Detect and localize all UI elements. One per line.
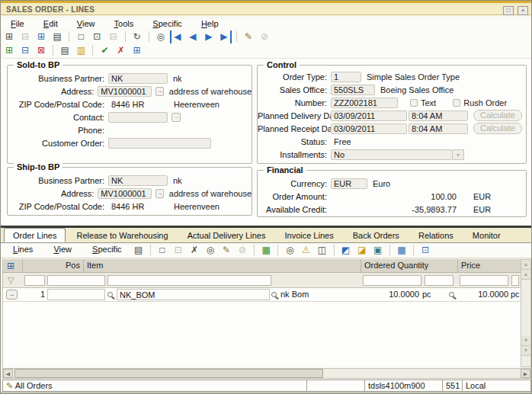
order-amounts-icon[interactable]: ⊠: [34, 44, 48, 57]
save-icon[interactable]: ⊟: [18, 30, 32, 43]
column-header-price[interactable]: Price: [458, 259, 521, 273]
sold-to-address-input[interactable]: MV1000001: [98, 86, 151, 97]
menu-lines-specific[interactable]: Specific: [85, 244, 130, 255]
scroll-left-icon[interactable]: ◀: [3, 369, 13, 378]
new-record-icon[interactable]: □: [74, 30, 88, 43]
filter-input-qty[interactable]: [363, 275, 421, 286]
horizontal-scrollbar[interactable]: ◀ ▶: [2, 368, 531, 379]
user-transfer-icon[interactable]: ◪: [355, 244, 369, 257]
scroll-last-icon[interactable]: ▼: [521, 346, 530, 356]
cell-ordered-quantity[interactable]: 10.0000: [363, 288, 419, 302]
planned-receipt-date-input[interactable]: 03/09/2011: [331, 123, 407, 134]
address-browse-icon[interactable]: →: [155, 87, 164, 96]
find-line-icon[interactable]: ◎: [204, 244, 217, 257]
scroll-first-icon[interactable]: ▲: [521, 260, 530, 270]
tab-monitor[interactable]: Monitor: [464, 229, 509, 242]
currency-input[interactable]: EUR: [331, 178, 367, 189]
menu-lines[interactable]: Lines: [5, 244, 40, 255]
print-document-icon[interactable]: ▤: [58, 44, 72, 57]
tab-actual-delivery-lines[interactable]: Actual Delivery Lines: [179, 229, 274, 242]
menu-file[interactable]: File: [4, 18, 31, 29]
edit-icon[interactable]: ✎: [242, 30, 255, 43]
row-detail-icon[interactable]: →: [6, 290, 18, 300]
menu-help[interactable]: Help: [194, 18, 226, 29]
item-desc-zoom-icon[interactable]: [271, 292, 277, 297]
cell-price[interactable]: 10.0000: [460, 288, 508, 302]
customer-order-input[interactable]: [108, 138, 211, 149]
approve-icon[interactable]: ✔: [98, 44, 111, 57]
document-icon[interactable]: ⊡: [418, 244, 432, 257]
tab-relations[interactable]: Relations: [410, 229, 462, 242]
ship-to-business-partner-input[interactable]: NK: [108, 175, 168, 186]
user-assign-icon[interactable]: ◩: [339, 244, 353, 257]
warning-icon[interactable]: ⚠: [299, 244, 312, 257]
copy-line-icon[interactable]: ⊡: [171, 244, 185, 257]
calculate-delivery-button[interactable]: Calculate: [473, 110, 522, 121]
scroll-right-icon[interactable]: ▶: [521, 369, 530, 378]
sold-to-business-partner-input[interactable]: NK: [108, 73, 168, 84]
print-lines-icon[interactable]: ▤: [132, 244, 146, 257]
close-icon[interactable]: ×: [518, 6, 528, 15]
cell-item-prefix[interactable]: [47, 289, 105, 300]
ship-to-address-input[interactable]: MV1000001: [98, 188, 151, 199]
vertical-scrollbar[interactable]: ▲ ▲ ▼ ▼: [521, 259, 531, 367]
grid-corner-cell[interactable]: ⊞: [3, 259, 23, 273]
filter-input-qty-unit[interactable]: [425, 275, 453, 286]
column-header-ordered-quantity[interactable]: Ordered Quantity: [361, 259, 458, 273]
attachment-icon[interactable]: ⊘: [258, 30, 271, 43]
qty-zoom-icon[interactable]: [449, 292, 454, 297]
column-header-item[interactable]: Item: [84, 259, 361, 273]
chevron-down-icon[interactable]: ▼: [453, 149, 464, 160]
process-order-icon[interactable]: ⊞: [130, 44, 144, 57]
previous-record-icon[interactable]: ◀: [186, 30, 200, 43]
item-zoom-icon[interactable]: [107, 292, 113, 297]
first-record-icon[interactable]: ◀: [170, 30, 184, 43]
menu-view[interactable]: View: [70, 18, 102, 29]
tab-release-to-warehousing[interactable]: Release to Warehousing: [69, 229, 177, 242]
undo-approve-icon[interactable]: ✗: [114, 44, 128, 57]
order-number-input[interactable]: ZZZ002181: [331, 98, 398, 108]
menu-lines-view[interactable]: View: [46, 244, 79, 255]
order-line-row[interactable]: → 1 NK_BOM nk Bom 10.0000 pc 10.0000 pc: [3, 288, 521, 302]
copy-order-icon[interactable]: ⊞: [2, 44, 16, 57]
tab-back-orders[interactable]: Back Orders: [345, 229, 408, 242]
preview-icon[interactable]: ◎: [283, 244, 296, 257]
grid-settings-icon[interactable]: ▦: [395, 244, 409, 257]
filter-input-item-b[interactable]: [107, 275, 271, 286]
find-icon[interactable]: ◎: [154, 30, 168, 43]
rush-order-checkbox[interactable]: [453, 99, 460, 107]
cell-pos[interactable]: 1: [23, 288, 45, 302]
related-sessions-icon[interactable]: ▣: [371, 244, 385, 257]
planned-receipt-time-input[interactable]: 8:04 AM: [409, 123, 468, 134]
scroll-down-icon[interactable]: ▼: [521, 336, 530, 346]
last-record-icon[interactable]: ▶: [218, 30, 232, 43]
installments-dropdown[interactable]: No ▼: [331, 149, 464, 160]
address-browse-icon[interactable]: →: [155, 189, 164, 198]
sales-office-input[interactable]: 550SLS: [331, 85, 375, 95]
menu-tools[interactable]: Tools: [107, 18, 141, 29]
insert-group-icon[interactable]: ⊞: [7, 261, 14, 271]
filter-input-price[interactable]: [460, 275, 508, 286]
restore-icon[interactable]: □: [503, 6, 514, 15]
order-type-input[interactable]: 1: [331, 72, 361, 82]
edit-line-icon[interactable]: ✎: [220, 244, 233, 257]
filter-input-price-unit[interactable]: [511, 275, 519, 286]
scrollbar-thumb[interactable]: [14, 369, 323, 378]
scroll-up-icon[interactable]: ▲: [521, 270, 530, 280]
next-record-icon[interactable]: ▶: [202, 30, 216, 43]
text-checkbox[interactable]: [410, 99, 418, 107]
new-line-icon[interactable]: □: [155, 244, 169, 257]
save-new-icon[interactable]: ⊞: [34, 30, 48, 43]
paste-icon[interactable]: ⊟: [106, 30, 120, 43]
sold-to-contact-input[interactable]: [108, 112, 168, 123]
print-icon[interactable]: ▤: [50, 30, 64, 43]
calculate-receipt-button[interactable]: Calculate: [473, 123, 522, 134]
cell-item-code[interactable]: NK_BOM: [117, 289, 270, 300]
refresh-icon[interactable]: ↻: [130, 30, 144, 43]
planned-delivery-time-input[interactable]: 8:04 AM: [409, 111, 468, 121]
statistics-icon[interactable]: ◫: [316, 244, 329, 257]
filter-input-pos[interactable]: [24, 275, 45, 286]
line-details-icon[interactable]: ▦: [259, 244, 273, 257]
tab-order-lines[interactable]: Order Lines: [4, 228, 66, 242]
attachment-line-icon[interactable]: ⊘: [236, 244, 249, 257]
